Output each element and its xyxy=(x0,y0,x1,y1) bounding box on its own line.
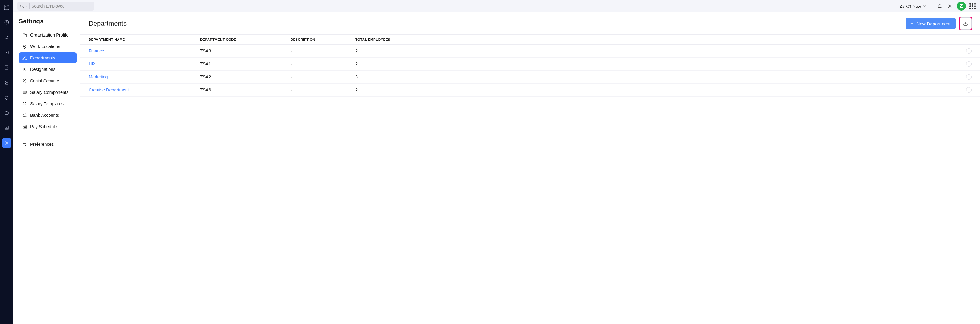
sidebar-item-label: Work Locations xyxy=(30,44,60,49)
sidebar-item-work-locations[interactable]: Work Locations xyxy=(19,41,77,52)
sidebar-item-label: Departments xyxy=(30,56,55,60)
sidebar-item-label: Designations xyxy=(30,67,56,72)
bank-icon xyxy=(22,113,27,118)
svg-rect-20 xyxy=(22,92,26,93)
rail-benefits-icon[interactable] xyxy=(2,93,11,102)
cell-desc: - xyxy=(291,49,355,53)
svg-point-17 xyxy=(24,69,25,69)
sidebar-item-departments[interactable]: Departments xyxy=(19,53,77,63)
cell-desc: - xyxy=(291,62,355,66)
department-link[interactable]: Creative Department xyxy=(89,88,129,92)
table-row[interactable]: HR ZSA1 - 2 xyxy=(80,57,471,70)
cell-code: ZSA3 xyxy=(200,49,291,53)
sidebar-item-label: Bank Accounts xyxy=(30,113,59,118)
table-header: DEPARTMENT NAME DEPARTMENT CODE DESCRIPT… xyxy=(80,35,471,45)
cell-emp: 3 xyxy=(355,75,446,79)
sidebar-item-bank-accounts[interactable]: Bank Accounts xyxy=(19,110,77,121)
location-icon xyxy=(22,44,27,49)
rail-payroll-icon[interactable] xyxy=(2,78,11,88)
search-container xyxy=(18,2,94,11)
svg-rect-26 xyxy=(22,125,26,129)
svg-point-24 xyxy=(23,114,24,115)
search-input[interactable] xyxy=(31,4,92,8)
svg-point-30 xyxy=(23,143,24,144)
sliders-icon xyxy=(22,142,27,147)
table-row[interactable]: Marketing ZSA2 - 3 xyxy=(80,70,471,83)
sidebar-item-salary-components[interactable]: Salary Components xyxy=(19,87,77,98)
sidebar-item-preferences[interactable]: Preferences xyxy=(19,139,77,150)
rail-reports-icon[interactable] xyxy=(2,123,11,133)
left-nav-rail xyxy=(0,0,13,156)
svg-point-31 xyxy=(25,145,25,145)
department-link[interactable]: Marketing xyxy=(89,75,108,79)
svg-point-23 xyxy=(25,102,25,103)
table-row[interactable]: Creative Department ZSA6 - 2 xyxy=(80,83,471,97)
svg-rect-21 xyxy=(22,94,26,94)
badge-icon xyxy=(22,67,27,72)
col-header-desc[interactable]: DESCRIPTION xyxy=(291,38,355,41)
sidebar-item-label: Social Security xyxy=(30,78,59,83)
col-header-emp[interactable]: TOTAL EMPLOYEES xyxy=(355,38,446,41)
svg-rect-15 xyxy=(25,59,26,60)
rail-inbox-icon[interactable] xyxy=(2,48,11,57)
cell-emp: 2 xyxy=(355,88,446,92)
calendar-icon xyxy=(22,124,27,129)
top-bar: Zylker KSA Z xyxy=(13,0,471,12)
sidebar-item-label: Organization Profile xyxy=(30,33,68,37)
svg-rect-10 xyxy=(22,33,25,37)
col-header-name[interactable]: DEPARTMENT NAME xyxy=(89,38,200,41)
sidebar-item-pay-schedule[interactable]: Pay Schedule xyxy=(19,121,77,132)
svg-point-22 xyxy=(23,102,24,103)
rail-documents-icon[interactable] xyxy=(2,108,11,118)
svg-rect-13 xyxy=(24,56,25,57)
department-link[interactable]: Finance xyxy=(89,49,104,53)
cell-code: ZSA1 xyxy=(200,62,291,66)
page-title: Departments xyxy=(89,20,127,27)
svg-rect-11 xyxy=(25,34,26,37)
rail-dashboard-icon[interactable] xyxy=(2,18,11,27)
rail-people-icon[interactable] xyxy=(2,33,11,42)
search-scope-dropdown[interactable] xyxy=(20,4,27,8)
sidebar-item-label: Salary Components xyxy=(30,90,68,95)
department-link[interactable]: HR xyxy=(89,62,95,66)
layers-icon xyxy=(22,89,27,95)
shield-icon xyxy=(22,78,27,83)
sidebar-item-label: Salary Templates xyxy=(30,101,64,106)
cell-emp: 2 xyxy=(355,49,446,53)
table-row[interactable]: Finance ZSA3 - 2 xyxy=(80,45,471,57)
app-logo-icon[interactable] xyxy=(2,2,11,12)
svg-rect-14 xyxy=(22,59,24,60)
col-header-code[interactable]: DEPARTMENT CODE xyxy=(200,38,291,41)
svg-rect-19 xyxy=(22,91,26,92)
template-icon xyxy=(22,101,27,107)
sidebar-item-designations[interactable]: Designations xyxy=(19,64,77,75)
svg-point-25 xyxy=(25,114,25,115)
sidebar-item-salary-templates[interactable]: Salary Templates xyxy=(19,98,77,109)
svg-point-8 xyxy=(21,5,23,7)
sidebar-item-label: Pay Schedule xyxy=(30,124,57,129)
org-chart-icon xyxy=(22,55,27,61)
rail-settings-icon[interactable] xyxy=(2,138,11,148)
sidebar-item-social-security[interactable]: Social Security xyxy=(19,75,77,86)
building-icon xyxy=(22,32,27,38)
departments-table: DEPARTMENT NAME DEPARTMENT CODE DESCRIPT… xyxy=(80,34,471,97)
cell-desc: - xyxy=(291,75,355,79)
rail-approvals-icon[interactable] xyxy=(2,63,11,72)
svg-point-3 xyxy=(6,36,8,37)
cell-code: ZSA6 xyxy=(200,88,291,92)
sidebar-title: Settings xyxy=(19,18,77,25)
cell-emp: 2 xyxy=(355,62,446,66)
page-header: Departments New Department xyxy=(80,12,471,34)
sidebar-item-label: Preferences xyxy=(30,142,54,147)
cell-desc: - xyxy=(291,88,355,92)
svg-point-1 xyxy=(8,5,8,6)
svg-point-18 xyxy=(24,80,25,81)
sidebar-item-organization-profile[interactable]: Organization Profile xyxy=(19,30,77,40)
main-content: Departments New Department DEPARTMENT NA… xyxy=(80,12,471,156)
settings-sidebar: Settings Organization Profile Work Locat… xyxy=(13,12,80,156)
svg-point-7 xyxy=(6,142,8,144)
svg-point-12 xyxy=(24,46,25,46)
cell-code: ZSA2 xyxy=(200,75,291,79)
